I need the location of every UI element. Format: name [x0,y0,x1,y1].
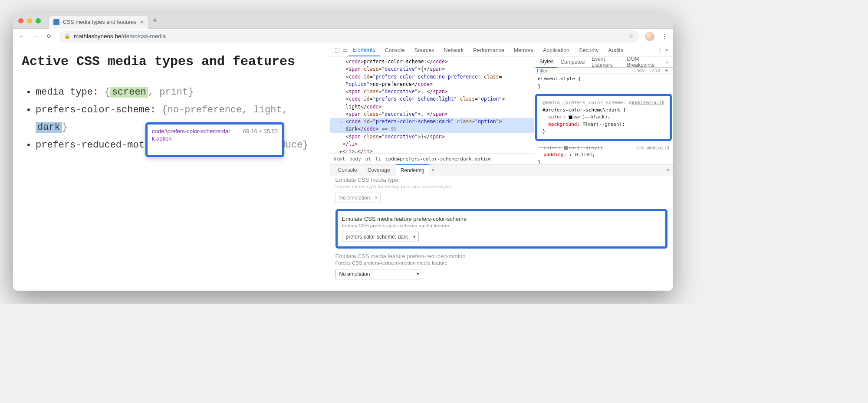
inspect-tooltip: code#prefers-color-scheme:dar 69.16 × 35… [145,122,284,157]
close-window[interactable] [18,18,23,23]
devtools: ⬚ ▭ Elements Console Sources Network Per… [330,44,673,291]
rendered-page: Active CSS media types and features medi… [13,44,330,291]
rule-source-link[interactable]: css-media:13 [636,144,669,151]
filter-input[interactable] [537,68,580,73]
drawer-tab-console[interactable]: Console [334,165,362,175]
hov-button[interactable]: :hov [631,68,647,73]
url: mathiasbynens.be/demo/css-media [74,33,166,39]
minimize-window[interactable] [27,18,32,23]
tab-security[interactable]: Security [575,45,603,56]
page-heading: Active CSS media types and features [22,52,321,72]
tab-performance[interactable]: Performance [469,45,509,56]
maximize-window[interactable] [36,18,41,23]
tab-memory[interactable]: Memory [510,45,538,56]
tab-console[interactable]: Console [381,45,409,56]
styles-tabs: Styles Computed Event Listeners DOM Brea… [534,56,673,68]
toolbar: ← → ⟳ 🔒 mathiasbynens.be/demo/css-media … [13,29,673,44]
close-drawer-icon[interactable]: × [666,167,669,173]
new-tab-button[interactable]: + [153,16,158,25]
reload-button[interactable]: ⟳ [45,33,53,39]
drawer-tab-coverage[interactable]: Coverage [363,165,395,175]
highlighted-emulation: Emulate CSS media feature prefers-color-… [335,209,667,249]
list-item: media type: {screen, print} [36,84,321,102]
media-type-select[interactable]: No emulation [335,193,381,203]
styles-panel: Styles Computed Event Listeners DOM Brea… [534,56,673,164]
dom-selected-line: … <code id="prefers-color-scheme:dark" c… [330,118,534,125]
tab-sources[interactable]: Sources [410,45,439,56]
prefers-color-scheme-select[interactable]: prefers-color-scheme: dark [342,232,419,242]
filter-row: :hov .cls + [534,68,673,74]
dom-tree[interactable]: <code>prefers-color-scheme:</code> <span… [330,56,534,154]
browser-window: CSS media types and features × + ← → ⟳ 🔒… [13,13,673,291]
inspect-icon[interactable]: ⬚ [333,47,340,53]
tab-application[interactable]: Application [539,45,574,56]
cls-button[interactable]: .cls [647,68,663,73]
forward-button[interactable]: → [31,33,39,39]
back-button[interactable]: ← [17,33,25,39]
tab-network[interactable]: Network [439,45,468,56]
highlighted-rule: css-media:18 @media (prefers-color-schem… [535,94,672,141]
prefers-reduced-motion-select[interactable]: No emulation [335,269,422,279]
close-tab-icon[interactable]: × [431,167,434,173]
tab-elements[interactable]: Elements [349,44,380,56]
tab-computed[interactable]: Computed [557,57,588,67]
close-tab-icon[interactable]: × [140,19,144,26]
drawer-tab-rendering[interactable]: Rendering [396,164,429,176]
overflow-icon[interactable]: » [663,59,671,65]
profile-avatar[interactable] [645,32,654,41]
lock-icon: 🔒 [64,33,70,39]
device-toolbar-icon[interactable]: ▭ [341,47,348,53]
titlebar: CSS media types and features × + [13,13,673,29]
add-rule-button[interactable]: + [663,68,670,73]
drawer-tabs: Console Coverage Rendering× × [330,164,673,176]
inspected-element[interactable]: dark [36,122,62,133]
drawer: Console Coverage Rendering× × Emulate CS… [330,164,673,291]
devtools-tabs: ⬚ ▭ Elements Console Sources Network Per… [330,44,673,56]
tab-title: CSS media types and features [63,19,137,25]
breadcrumbs[interactable]: html body ul li code#prefers-color-schem… [330,154,534,164]
drawer-body: Emulate CSS media type Forces media type… [330,176,673,291]
settings-icon[interactable]: ⋮ [655,47,662,53]
window-controls [18,18,41,23]
menu-icon[interactable]: ⋮ [661,33,668,39]
favicon [53,19,59,25]
tab-audits[interactable]: Audits [604,45,628,56]
rule-source-link[interactable]: css-media:18 [631,99,664,106]
tab-styles[interactable]: Styles [536,56,557,68]
tooltip-dimensions: 69.16 × 35.63 [243,128,278,134]
browser-tab[interactable]: CSS media types and features × [49,16,148,29]
css-rule[interactable]: css-media:13 color: var(--gray); padding… [534,143,673,164]
bookmark-icon[interactable]: ☆ [628,33,634,39]
emulate-media-type: Emulate CSS media type Forces media type… [335,177,667,203]
tooltip-selector-line2: k.option [152,135,278,142]
close-devtools-icon[interactable]: × [663,47,670,53]
emulate-reduced-motion: Emulate CSS media feature prefers-reduce… [335,253,667,279]
tooltip-selector: code#prefers-color-scheme:dar [152,128,230,134]
address-bar[interactable]: 🔒 mathiasbynens.be/demo/css-media ☆ [59,30,639,43]
element-style-rule[interactable]: element.style {} [534,74,673,92]
